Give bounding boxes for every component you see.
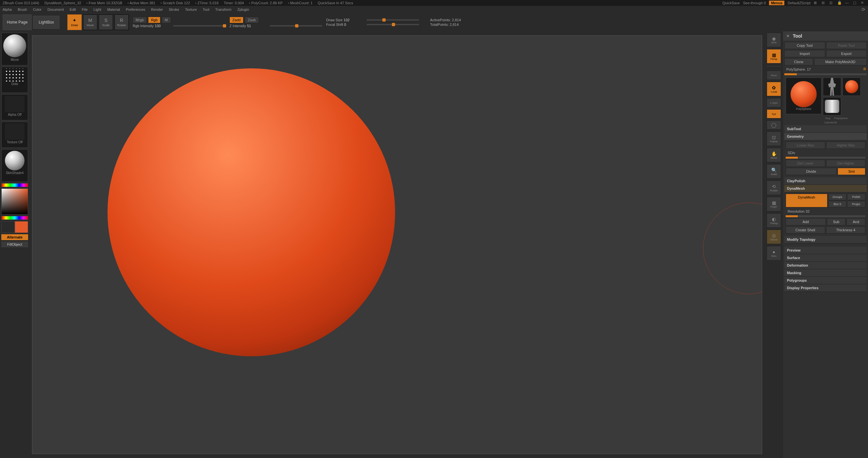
project-button[interactable]: Projec [847, 201, 865, 207]
menu-brush[interactable]: Brush [18, 7, 27, 11]
clone-button[interactable]: Clone [784, 58, 813, 65]
mrgb-button[interactable]: Mrgb [133, 17, 147, 23]
section-deformation[interactable]: Deformation [784, 262, 867, 269]
hue-strip[interactable] [1, 183, 28, 187]
section-subtool[interactable]: SubTool [784, 125, 867, 133]
tool-thumb-polysphere-main[interactable]: PolySphere [786, 78, 822, 114]
transp-button[interactable]: ◐Transp [767, 213, 781, 228]
circle-button[interactable]: ◯ [767, 120, 781, 130]
floor-button[interactable]: Floor [767, 71, 781, 80]
nav-rotate-button[interactable]: ⟲Rotate [767, 180, 781, 195]
texture-slot[interactable]: Texture Off [1, 122, 28, 148]
del-higher-button[interactable]: Del Higher [826, 160, 866, 167]
menu-zplugin[interactable]: Zplugin [237, 7, 249, 11]
dyn-add-button[interactable]: Add [786, 218, 826, 225]
xyz-button[interactable]: Xyz [767, 109, 781, 118]
color-picker[interactable] [1, 189, 28, 214]
draw-mode-button[interactable]: ✦Draw [67, 15, 82, 30]
resolution-slider[interactable] [786, 215, 865, 217]
section-display-properties[interactable]: Display Properties [784, 284, 867, 292]
menu-document[interactable]: Document [48, 7, 64, 11]
nav-move-button[interactable]: ✋Move [767, 148, 781, 162]
rotate-mode-button[interactable]: RRotate [114, 15, 129, 30]
copy-tool-button[interactable]: Copy Tool [784, 42, 825, 49]
tool-thumb-polysphere2[interactable] [842, 78, 861, 96]
menu-texture[interactable]: Texture [185, 7, 197, 11]
hue-strip-bottom[interactable] [1, 216, 28, 220]
brush-slot[interactable]: Move [1, 33, 28, 65]
menu-transform[interactable]: Transform [215, 7, 231, 11]
home-page-button[interactable]: Home Page [3, 15, 32, 30]
alternate-button[interactable]: Alternate [1, 234, 28, 240]
viewport-canvas[interactable] [32, 35, 762, 454]
zsub-button[interactable]: Zsub [245, 17, 258, 23]
swatch-secondary[interactable] [1, 221, 15, 233]
section-preview[interactable]: Preview [784, 247, 867, 254]
local-button[interactable]: ✿Local [767, 82, 781, 96]
refresh-icon[interactable]: ⟳ [862, 7, 865, 12]
section-masking[interactable]: Masking [784, 269, 867, 277]
menu-preferences[interactable]: Preferences [126, 7, 145, 11]
lightbox-button[interactable]: LightBox [33, 16, 60, 29]
rgb-intensity-slider[interactable] [173, 25, 225, 27]
tool-thumb-cylinder[interactable] [823, 97, 841, 115]
alpha-slot[interactable]: Alpha Off [1, 94, 28, 120]
material-slot[interactable]: SkinShade4 [1, 149, 28, 182]
seethrough-label[interactable]: See-through 0 [743, 1, 766, 5]
tool-panel-header[interactable]: Tool [783, 31, 868, 40]
rgb-button[interactable]: Rgb [148, 17, 160, 23]
nav-scale-button[interactable]: 🔍Scale [767, 164, 781, 179]
make-polymesh-button[interactable]: Make PolyMesh3D [814, 58, 867, 65]
swatch-primary[interactable] [15, 221, 28, 233]
menu-color[interactable]: Color [33, 7, 41, 11]
solo-button[interactable]: ●Solo [767, 246, 781, 260]
section-polygroups[interactable]: Polygroups [784, 277, 867, 284]
create-shell-button[interactable]: Create Shell [786, 226, 825, 234]
groups-button[interactable]: Groups [829, 194, 847, 200]
del-lower-button[interactable]: Del Lower [786, 160, 825, 167]
menu-file[interactable]: File [82, 7, 88, 11]
draw-size-slider[interactable] [367, 19, 419, 21]
section-dynamesh[interactable]: DynaMesh [784, 185, 867, 192]
fillobject-button[interactable]: FillObject [1, 241, 28, 247]
menu-light[interactable]: Light [93, 7, 101, 11]
menu-render[interactable]: Render [151, 7, 163, 11]
menu-tool[interactable]: Tool [203, 7, 209, 11]
menu-stroke[interactable]: Stroke [168, 7, 179, 11]
blur-button[interactable]: Blur 0 [829, 201, 847, 207]
spr-button[interactable]: ◉SPR [767, 33, 781, 47]
menus-button[interactable]: Menus [769, 1, 784, 5]
quicksave-button[interactable]: QuickSave [722, 1, 740, 5]
menu-material[interactable]: Material [107, 7, 120, 11]
import-button[interactable]: Import [784, 50, 825, 57]
smt-button[interactable]: Smt [838, 168, 865, 175]
frame-button[interactable]: ⊡Frame [767, 132, 781, 146]
lock-icon[interactable]: 🔒 [837, 1, 842, 5]
minimize-icon[interactable]: — [845, 1, 850, 5]
layout3-icon[interactable]: ⊡ [830, 1, 834, 5]
paste-tool-button[interactable]: Paste Tool [826, 42, 867, 49]
zadd-button[interactable]: Zadd [229, 17, 244, 23]
export-button[interactable]: Export [826, 50, 867, 57]
stroke-slot[interactable]: Dots [1, 67, 28, 93]
menu-alpha[interactable]: Alpha [3, 7, 12, 11]
dyn-sub-button[interactable]: Sub [827, 218, 846, 225]
dynamesh-button[interactable]: DynaMesh [786, 194, 828, 207]
focal-shift-slider[interactable] [367, 24, 419, 25]
higher-res-button[interactable]: Higher Res [826, 142, 866, 149]
r-badge[interactable]: R [863, 67, 866, 71]
lower-res-button[interactable]: Lower Res [786, 142, 825, 149]
thickness-button[interactable]: Thickness 4 [826, 226, 866, 234]
scale-mode-button[interactable]: SScale [99, 15, 113, 30]
divide-button[interactable]: Divide [786, 168, 837, 175]
m-button[interactable]: M [162, 17, 170, 23]
persp-button[interactable]: ▦Persp [767, 49, 781, 63]
maximize-icon[interactable]: ▢ [853, 1, 858, 5]
dyn-and-button[interactable]: And [846, 218, 865, 225]
ghost-button[interactable]: ◎Ghost [767, 230, 781, 244]
close-icon[interactable]: ✕ [861, 1, 865, 5]
layout-icon[interactable]: ⊞ [814, 1, 818, 5]
polyf-button[interactable]: ▦PolyF [767, 197, 781, 211]
menu-edit[interactable]: Edit [70, 7, 76, 11]
section-surface[interactable]: Surface [784, 254, 867, 262]
